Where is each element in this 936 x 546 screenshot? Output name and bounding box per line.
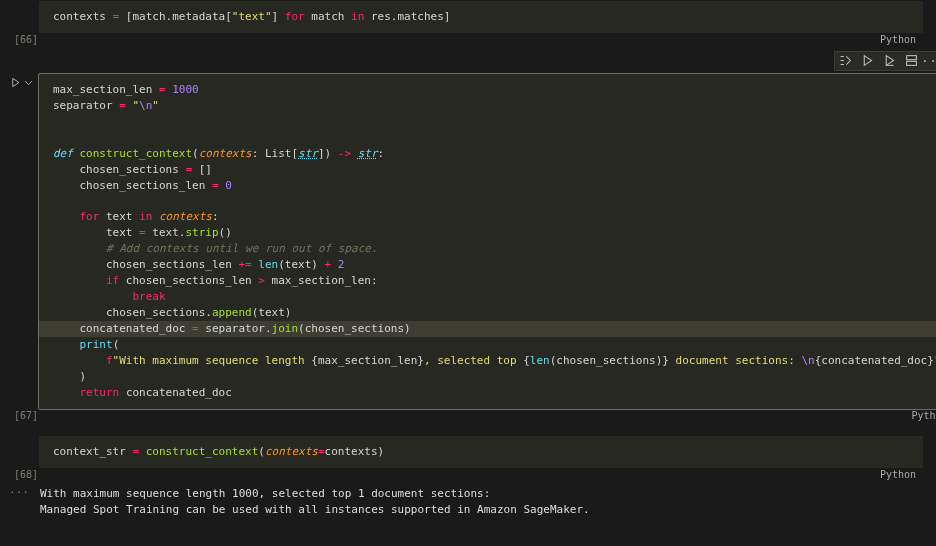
output-row-68: ... With maximum sequence length 1000, s… [0, 480, 936, 524]
svg-rect-0 [907, 56, 917, 60]
cell-output: With maximum sequence length 1000, selec… [38, 480, 590, 524]
execute-below-icon [883, 54, 896, 67]
split-cell-button[interactable] [901, 51, 923, 71]
exec-count-66: [66] [0, 34, 38, 45]
execute-icon [861, 54, 874, 67]
code-cell-66[interactable]: contexts = [match.metadata["text"] for m… [38, 0, 924, 34]
more-actions-button[interactable]: ··· [923, 51, 937, 71]
gutter [0, 435, 38, 445]
run-by-line-button[interactable] [835, 51, 857, 71]
run-cell-handle[interactable] [10, 77, 34, 88]
execute-cell-button[interactable] [857, 51, 879, 71]
code-cell-67[interactable]: max_section_len = 1000 separator = "\n" … [38, 73, 936, 410]
split-icon [905, 54, 918, 67]
execute-and-below-button[interactable] [879, 51, 901, 71]
cell-toolbar: ··· [834, 51, 937, 71]
play-icon [10, 77, 21, 88]
cell-row-66: contexts = [match.metadata["text"] for m… [0, 0, 936, 45]
code-editor[interactable]: max_section_len = 1000 separator = "\n" … [39, 74, 936, 409]
cell-row-68: context_str = construct_context(contexts… [0, 435, 936, 480]
code-editor[interactable]: context_str = construct_context(contexts… [39, 436, 923, 468]
svg-rect-1 [907, 62, 917, 66]
code-cell-68[interactable]: context_str = construct_context(contexts… [38, 435, 924, 469]
ellipsis-icon: ··· [921, 54, 936, 68]
exec-count-67: [67] [0, 410, 38, 421]
code-editor[interactable]: contexts = [match.metadata["text"] for m… [39, 1, 923, 33]
chevron-down-icon [23, 77, 34, 88]
output-collapse-icon[interactable]: ... [0, 480, 38, 496]
execution-count [0, 0, 38, 10]
run-by-line-icon [839, 54, 852, 67]
exec-count-68: [68] [0, 469, 38, 480]
cell-row-67: ··· max_section_len = 1000 separator = "… [0, 73, 936, 421]
